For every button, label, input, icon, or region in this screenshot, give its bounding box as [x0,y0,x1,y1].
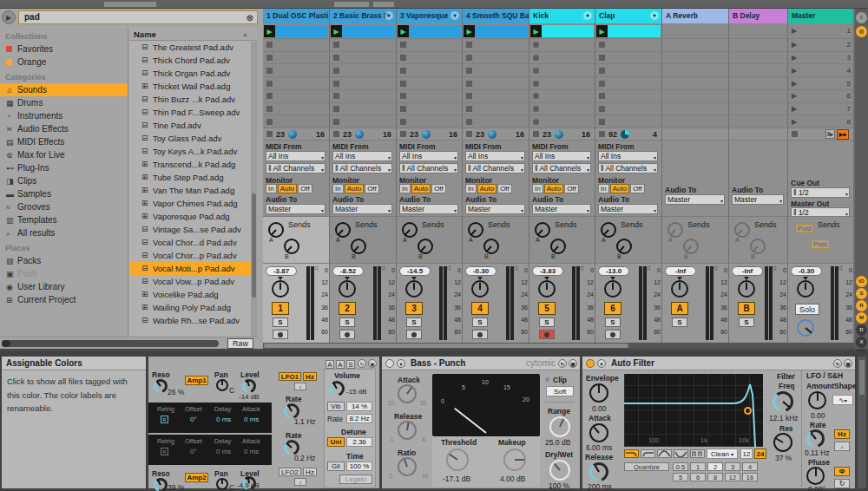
track-header-kick[interactable]: Kick▾ [529,9,595,23]
clip-slot[interactable] [595,77,661,90]
send-b-knob[interactable]: B [351,239,366,254]
amp2-button[interactable]: Amp2 [185,473,208,482]
clip-slot[interactable] [463,52,529,65]
lfo-rate-knob[interactable] [806,429,825,448]
list-item[interactable]: ⊟Vocal Vow...p Pad.adv [129,275,257,288]
clip-record-button[interactable] [533,81,539,87]
lfo1-hz-button[interactable]: Hz [303,372,317,381]
preview-play-button[interactable]: ▶ [2,10,16,24]
sidebar-item-instruments[interactable]: ◔Instruments [0,109,128,122]
reso2-knob[interactable] [154,478,168,491]
audio-to-select[interactable]: Master▾ [266,204,326,214]
list-item[interactable]: ⊞Van The Man Pad.adg [129,184,257,197]
sidebar-item-all-results[interactable]: ⌕All results [0,226,128,239]
scene-slot[interactable]: ▶8 [788,115,853,128]
monitor-in-button[interactable]: In [598,184,609,193]
beat-16-button[interactable]: 16 [742,473,758,481]
clip[interactable] [275,25,328,37]
cue-volume-knob[interactable] [797,319,814,337]
beat-4-button[interactable]: 4 [742,462,758,471]
list-item[interactable]: ⊟Vocal Chor...p Pad.adv [129,249,257,262]
chevron-down-icon[interactable]: ▾ [450,11,459,20]
clip-stop-button[interactable] [400,106,406,112]
clip-stop-button[interactable] [400,68,406,74]
clip-slot[interactable] [529,115,595,128]
chevron-down-icon[interactable]: ▾ [583,11,592,20]
makeup-value[interactable]: 4.00 dB [500,475,525,483]
clip-slot[interactable]: ▶ [529,23,595,39]
stop-all-clips-button[interactable] [792,131,798,137]
pan-knob[interactable] [671,280,688,298]
clip-slot[interactable] [330,64,396,77]
circuit-select[interactable]: Clean ▾ [707,448,738,459]
audio-to-select[interactable]: Master▾ [399,204,458,214]
stop-clips-button[interactable] [599,131,605,137]
monitor-auto-button[interactable]: Auto [411,184,431,193]
chevron-down-icon[interactable]: ▾ [650,11,659,20]
lfo-shape-select[interactable]: ∿▾ [832,395,853,405]
clip-stop-button[interactable] [599,119,605,125]
track-header-1[interactable]: 1 Dual OSC Plasti [263,9,329,23]
fold-device-icon[interactable]: ▾ [397,359,405,368]
reso1-knob[interactable] [154,379,168,393]
midi-from-select[interactable]: All Ins▾ [332,151,392,161]
clip-slot[interactable]: ▶ [595,23,661,39]
send-a-knob[interactable]: A [535,222,550,238]
makeup-knob[interactable] [503,448,526,471]
list-item[interactable]: ⊟Warble Rh...se Pad.adv [129,314,257,327]
clip[interactable] [342,25,395,37]
offset-value[interactable]: 0° [190,416,197,423]
sidebar-item-samples[interactable]: ▬Samples [0,187,128,200]
clip[interactable] [409,25,461,37]
clip-slot[interactable]: ▶ [463,23,529,39]
solo-button[interactable]: S [472,318,488,327]
device-title-bar[interactable]: ▾ Auto Filter ↻ ▣ [582,357,855,370]
monitor-off-button[interactable]: Off [298,184,312,193]
track-activator-button[interactable]: 5 [538,302,556,315]
clip-slot[interactable] [263,115,329,128]
monitor-auto-button[interactable]: Auto [345,184,364,193]
slope-12-button[interactable]: 12 [740,448,753,459]
pan-knob[interactable] [339,280,356,298]
vib-rate-field[interactable]: 8.2 Hz [346,414,372,423]
clip-slot[interactable] [397,64,462,77]
arm-button[interactable] [539,330,555,339]
reso1-value[interactable]: 26 % [168,388,184,396]
clip-play-button[interactable]: ▶ [331,25,342,37]
midi-from-select[interactable]: All Ins▾ [399,151,458,161]
file-list-scrollbar[interactable] [251,42,257,337]
list-item[interactable]: ⊟Thick Organ Pad.adv [129,67,257,80]
clip-slot[interactable] [263,64,329,77]
env-attack-knob[interactable] [589,423,608,442]
back-to-arrangement-button[interactable]: ▶■ [837,129,849,140]
attack-value[interactable]: 0 ms [244,416,259,423]
scene-slot[interactable]: ▶7 [788,103,853,116]
solo-button[interactable]: S [672,318,687,327]
clip-slot[interactable] [595,115,661,128]
clip-stop-button[interactable] [400,42,406,48]
midi-from-select[interactable]: All Ins▾ [598,151,658,161]
send-b-knob[interactable]: B [483,239,499,254]
list-item[interactable]: ⊟Vintage Sa...se Pad.adv [129,223,257,236]
clip[interactable] [475,25,528,37]
clip-slot[interactable] [463,39,529,52]
soft-clip-button[interactable]: Soft [546,386,574,396]
clip-stop-button[interactable] [333,55,339,61]
scene-slot[interactable]: ▶4 [788,64,853,77]
midi-from-select[interactable]: All Ins▾ [266,151,326,161]
audio-to-select[interactable]: Master▾ [532,204,591,214]
list-item[interactable]: ⊞Thicket Wail Pad.adg [129,80,257,93]
clip-slot[interactable] [595,103,661,116]
uni-button[interactable]: Uni [327,437,345,447]
send-a-knob[interactable]: A [734,222,750,238]
clip-stop-button[interactable] [599,106,605,112]
res-value[interactable]: 37 % [775,454,792,462]
send-b-knob[interactable]: B [683,239,699,254]
monitor-off-button[interactable]: Off [497,184,512,193]
audio-to-select[interactable]: Master▾ [665,194,725,205]
beat-5-button[interactable]: 5 [673,473,688,481]
beat-6-button[interactable]: 6 [690,473,706,481]
gli-amount-field[interactable]: 100 % [346,462,372,471]
track-activator-button[interactable]: 6 [604,302,621,315]
clip-play-button[interactable]: ▶ [264,25,275,37]
